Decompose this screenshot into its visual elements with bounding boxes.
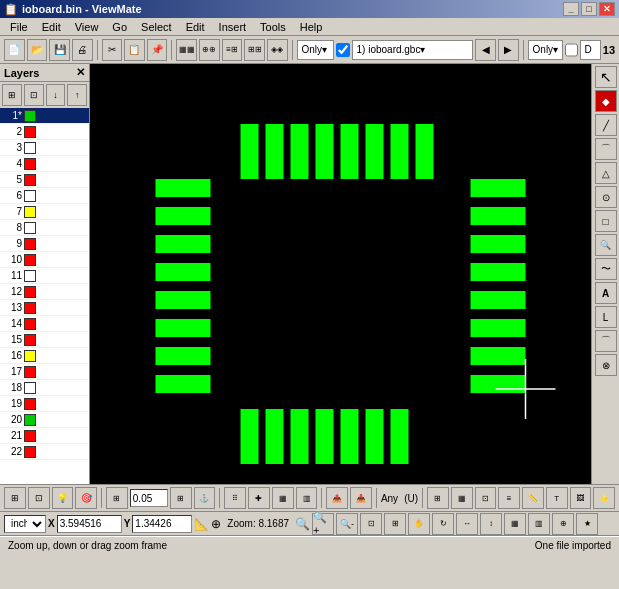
copy-button[interactable]: 📋: [124, 39, 145, 61]
bt-sq2[interactable]: ▥: [296, 487, 318, 509]
flip-btn[interactable]: ↕: [480, 513, 502, 535]
pan-btn[interactable]: ✋: [408, 513, 430, 535]
menu-file[interactable]: File: [4, 20, 34, 34]
layer-row[interactable]: 14: [0, 316, 89, 332]
open-button[interactable]: 📂: [27, 39, 48, 61]
layer-row[interactable]: 8: [0, 220, 89, 236]
circle-tool-button[interactable]: ⊙: [595, 186, 617, 208]
menu-go[interactable]: Go: [106, 20, 133, 34]
bt-layers2[interactable]: ≡: [498, 487, 520, 509]
curve-tool-button[interactable]: 〜: [595, 258, 617, 280]
rotate-btn[interactable]: ↻: [432, 513, 454, 535]
menu-view[interactable]: View: [69, 20, 105, 34]
menu-edit[interactable]: Edit: [36, 20, 67, 34]
layer-row[interactable]: 1*: [0, 108, 89, 124]
bt-target[interactable]: 🎯: [75, 487, 97, 509]
bt-sq1[interactable]: ▦: [272, 487, 294, 509]
text-tool-button[interactable]: A: [595, 282, 617, 304]
zoom-area-button[interactable]: 🔍: [595, 234, 617, 256]
only-dropdown[interactable]: Only▾: [297, 40, 335, 60]
only-checkbox[interactable]: [336, 43, 349, 57]
more-btn3[interactable]: ⊕: [552, 513, 574, 535]
line-tool-button[interactable]: ╱: [595, 114, 617, 136]
save-button[interactable]: 💾: [49, 39, 70, 61]
layer-down-button[interactable]: ↓: [46, 84, 66, 106]
menu-format[interactable]: Edit: [180, 20, 211, 34]
d-dropdown[interactable]: D: [580, 40, 601, 60]
close-button[interactable]: ✕: [599, 2, 615, 16]
layer-row[interactable]: 13: [0, 300, 89, 316]
x-coord-input[interactable]: [57, 515, 122, 533]
bt-zoom-fit[interactable]: ⊞: [427, 487, 449, 509]
bt-export2[interactable]: 📥: [350, 487, 372, 509]
zoom-out-button[interactable]: 🔍-: [336, 513, 358, 535]
bt-text2[interactable]: T: [546, 487, 568, 509]
layer-row[interactable]: 20: [0, 412, 89, 428]
cut-button[interactable]: ✂: [102, 39, 123, 61]
y-coord-input[interactable]: [132, 515, 192, 533]
bt-bulb[interactable]: 💡: [52, 487, 74, 509]
layer-row[interactable]: 21: [0, 428, 89, 444]
delete-tool-button[interactable]: ⊗: [595, 354, 617, 376]
layer-row[interactable]: 6: [0, 188, 89, 204]
mirror-btn[interactable]: ↔: [456, 513, 478, 535]
label-tool-button[interactable]: L: [595, 306, 617, 328]
pcb-canvas-area[interactable]: [90, 64, 591, 484]
bt-export1[interactable]: 📤: [326, 487, 348, 509]
layer-row[interactable]: 11: [0, 268, 89, 284]
rect-tool-button[interactable]: □: [595, 210, 617, 232]
bt-meas[interactable]: 📏: [522, 487, 544, 509]
bt-toggle1[interactable]: ⊞: [4, 487, 26, 509]
grid-value-input[interactable]: [130, 489, 168, 507]
layer-row[interactable]: 3: [0, 140, 89, 156]
layers-close-button[interactable]: ✕: [76, 66, 85, 79]
layer-toggle-all-button[interactable]: ⊞: [2, 84, 22, 106]
more-btn4[interactable]: ★: [576, 513, 598, 535]
minimize-button[interactable]: _: [563, 2, 579, 16]
menu-help[interactable]: Help: [294, 20, 329, 34]
zoom-actual-btn[interactable]: ⊞: [384, 513, 406, 535]
tb-btn3[interactable]: ≡⊞: [222, 39, 243, 61]
layer-row[interactable]: 2: [0, 124, 89, 140]
next-layer-button[interactable]: ▶: [498, 39, 519, 61]
bt-anchor[interactable]: ⚓: [194, 487, 216, 509]
paste-button[interactable]: 📌: [147, 39, 168, 61]
layer-row[interactable]: 7: [0, 204, 89, 220]
zoom-fit-btn[interactable]: ⊡: [360, 513, 382, 535]
menu-insert[interactable]: Insert: [213, 20, 253, 34]
bt-pic[interactable]: 🖼: [570, 487, 592, 509]
layer-row[interactable]: 10: [0, 252, 89, 268]
layer-row[interactable]: 15: [0, 332, 89, 348]
connect-tool-button[interactable]: ⌒: [595, 330, 617, 352]
new-button[interactable]: 📄: [4, 39, 25, 61]
layer-row[interactable]: 9: [0, 236, 89, 252]
bt-cross[interactable]: ✚: [248, 487, 270, 509]
maximize-button[interactable]: □: [581, 2, 597, 16]
layer-dropdown[interactable]: 1) ioboard.gbc▾: [352, 40, 474, 60]
bt-pad[interactable]: ⊡: [475, 487, 497, 509]
layer-row[interactable]: 5: [0, 172, 89, 188]
layer-up-button[interactable]: ↑: [67, 84, 87, 106]
tb-btn1[interactable]: ▦▦: [176, 39, 197, 61]
prev-layer-button[interactable]: ◀: [475, 39, 496, 61]
bt-snap[interactable]: ⊞: [170, 487, 192, 509]
layer-row[interactable]: 19: [0, 396, 89, 412]
layer-row[interactable]: 12: [0, 284, 89, 300]
unit-select[interactable]: inch: [4, 515, 46, 533]
bt-grid[interactable]: ⊞: [106, 487, 128, 509]
layer-row[interactable]: 22: [0, 444, 89, 460]
layer-row[interactable]: 17: [0, 364, 89, 380]
bt-star[interactable]: ⭐: [593, 487, 615, 509]
layer-row[interactable]: 4: [0, 156, 89, 172]
menu-tools[interactable]: Tools: [254, 20, 292, 34]
zoom-in-button[interactable]: 🔍+: [312, 513, 334, 535]
arc-tool-button[interactable]: ⌒: [595, 138, 617, 160]
bt-grid2[interactable]: ▦: [451, 487, 473, 509]
only2-dropdown[interactable]: Only▾: [528, 40, 563, 60]
more-btn1[interactable]: ▦: [504, 513, 526, 535]
tb-btn5[interactable]: ◈◈: [267, 39, 288, 61]
layer-row[interactable]: 16: [0, 348, 89, 364]
bt-dots[interactable]: ⠿: [224, 487, 246, 509]
shape-tool-button[interactable]: △: [595, 162, 617, 184]
print-button[interactable]: 🖨: [72, 39, 93, 61]
